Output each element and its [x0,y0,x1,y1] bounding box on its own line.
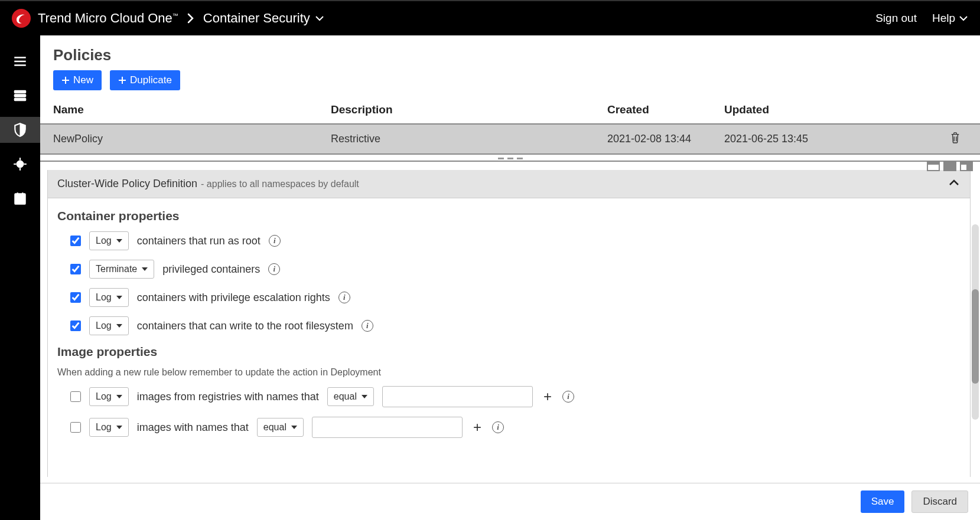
cell-name: NewPolicy [53,133,331,145]
duplicate-button[interactable]: Duplicate [110,70,180,90]
help-dropdown[interactable]: Help [932,12,968,25]
caret-down-icon [116,239,122,243]
brand-name: Trend Micro Cloud One™ [38,11,178,26]
match-select[interactable]: equal [257,418,304,437]
info-icon[interactable]: i [562,391,574,403]
plus-icon [118,76,126,84]
policy-detail-panel: Cluster-Wide Policy Definition - applies… [47,170,971,477]
rule-text: privileged containers [162,263,260,276]
col-created[interactable]: Created [607,103,724,116]
rule-checkbox[interactable] [70,292,81,303]
rule-checkbox[interactable] [70,264,81,274]
plus-icon [61,76,70,84]
rule-checkbox[interactable] [70,236,81,246]
match-value-input[interactable] [312,417,463,438]
rule-text: containers that can write to the root fi… [137,320,353,332]
col-updated[interactable]: Updated [724,103,943,116]
scrollbar-thumb[interactable] [972,289,979,384]
action-label: Log [96,320,112,331]
chevron-down-icon [315,15,324,22]
panel-header[interactable]: Cluster-Wide Policy Definition - applies… [48,170,970,198]
chevron-down-icon [959,15,968,22]
svg-rect-4 [15,194,25,204]
rule-text: images from registries with names that [137,391,319,403]
info-icon[interactable]: i [338,292,350,303]
caret-down-icon [291,426,297,429]
duplicate-button-label: Duplicate [130,74,172,86]
rule-checkbox[interactable] [70,320,81,331]
container-props-heading: Container properties [57,209,961,223]
nav-calendar[interactable] [0,185,40,211]
info-icon[interactable]: i [492,421,504,433]
nav-policies[interactable] [0,117,40,143]
nav-menu[interactable] [0,48,40,74]
action-label: Terminate [96,264,137,274]
rule-text: containers with privilege escalation rig… [137,292,330,304]
info-icon[interactable]: i [269,235,281,247]
match-value-input[interactable] [382,386,533,407]
col-description[interactable]: Description [331,103,607,116]
sign-out-link[interactable]: Sign out [875,12,917,25]
brand-logo [12,9,31,28]
rule-row: Log containers that run as root i [57,231,961,250]
panel-title: Cluster-Wide Policy Definition [57,178,197,190]
caret-down-icon [116,395,122,398]
info-icon[interactable]: i [268,263,280,275]
split-handle[interactable] [40,161,980,170]
scrollbar[interactable] [972,224,979,420]
caret-down-icon [116,426,122,429]
new-button-label: New [73,74,93,86]
new-button[interactable]: New [53,70,102,90]
add-rule-button[interactable]: + [471,419,484,436]
section-dropdown[interactable]: Container Security [203,11,324,26]
action-label: Log [96,236,112,246]
caret-down-icon [362,395,367,398]
layout-side-button[interactable] [960,161,973,171]
caret-down-icon [142,267,148,271]
nav-target[interactable] [0,151,40,177]
discard-button[interactable]: Discard [911,490,968,513]
section-label: Container Security [203,11,310,26]
drag-handle-icon [498,158,523,159]
action-select[interactable]: Log [89,231,129,250]
page-title: Policies [53,46,967,64]
chevron-up-icon [948,176,961,192]
rule-text: containers that run as root [137,235,261,247]
cell-updated: 2021-06-25 13:45 [724,133,943,145]
action-select[interactable]: Log [89,418,129,437]
image-props-note: When adding a new rule below remember to… [57,367,961,378]
col-name[interactable]: Name [53,103,331,116]
svg-rect-2 [14,98,26,100]
cell-created: 2021-02-08 13:44 [607,133,724,145]
action-select[interactable]: Log [89,288,129,307]
svg-rect-1 [14,94,26,97]
action-select[interactable]: Terminate [89,260,154,279]
action-label: Log [96,391,112,402]
caret-down-icon [116,296,122,299]
nav-servers[interactable] [0,83,40,109]
add-rule-button[interactable]: + [541,388,554,405]
action-label: Log [96,422,112,433]
rule-row: Log images with names that equal + i [57,417,961,438]
rule-checkbox[interactable] [70,422,81,433]
info-icon[interactable]: i [362,320,373,332]
layout-split-button[interactable] [943,161,956,171]
panel-body: Container properties Log containers that… [48,198,970,477]
table-row[interactable]: NewPolicy Restrictive 2021-02-08 13:44 2… [40,125,980,155]
panel-subtitle: - applies to all namespaces by default [201,179,359,189]
delete-row-button[interactable] [943,132,967,146]
rule-checkbox[interactable] [70,391,81,402]
rule-row: Log images from registries with names th… [57,386,961,407]
rule-row: Log containers with privilege escalation… [57,288,961,307]
action-select[interactable]: Log [89,316,129,335]
help-label: Help [932,12,955,25]
brand-text: Trend Micro Cloud One [38,11,172,25]
match-label: equal [263,422,286,433]
layout-min-button[interactable] [927,161,940,171]
save-button[interactable]: Save [861,490,905,513]
side-nav [0,35,40,520]
caret-down-icon [116,324,122,328]
action-select[interactable]: Log [89,387,129,406]
match-select[interactable]: equal [327,387,374,406]
table-header: Name Description Created Updated [40,96,980,125]
